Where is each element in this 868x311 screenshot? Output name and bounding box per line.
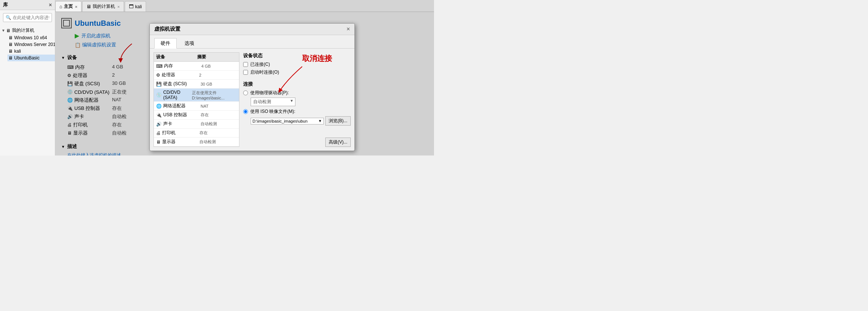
browse-button[interactable]: 浏览(B)...: [325, 116, 351, 126]
modal-hdd-icon: 💾: [156, 81, 162, 87]
modal-cpu-summary: 2: [199, 73, 201, 77]
modal-network-summary: NAT: [201, 104, 208, 108]
advanced-button[interactable]: 高级(V)...: [325, 138, 351, 147]
vm-icon-win2012: 🖥: [8, 42, 13, 47]
auto-detect-container: 自动检测 ▼: [251, 98, 351, 106]
modal-device-row-memory[interactable]: ⌨ 内存 4 GB: [154, 62, 239, 71]
auto-connect-checkbox[interactable]: [243, 70, 248, 75]
modal-device-settings: 设备状态 已连接(C) 启动时连接(O): [243, 52, 351, 147]
main-area: ⌂ 主页 × 🖥 我的计算机 × 🗖 kali: [55, 0, 434, 156]
tree-root-label: 我的计算机: [12, 27, 34, 34]
tab-bar: ⌂ 主页 × 🖥 我的计算机 × 🗖 kali: [55, 0, 434, 12]
modal-device-row-audio[interactable]: 🔊 声卡 自动检测: [154, 120, 239, 129]
iso-path-row: D:\images\basic_images\ubun ▼ 浏览(B)...: [251, 116, 351, 126]
tab-mypc-close[interactable]: ×: [117, 4, 120, 9]
modal-network-icon: 🌐: [156, 104, 162, 109]
tab-mypc[interactable]: 🖥 我的计算机 ×: [82, 1, 124, 12]
modal-device-row-network[interactable]: 🌐 网络适配器 NAT: [154, 102, 239, 111]
modal-memory-icon: ⌨: [156, 64, 162, 69]
use-iso-radio-row: 使用 ISO 映像文件(M):: [243, 108, 351, 115]
modal-dvd-summary: 正在使用文件 D:\images\basic...: [192, 90, 237, 100]
sidebar-item-label-win10: Windows 10 x64: [14, 35, 47, 40]
tree-root-item[interactable]: ▼ 🖥 我的计算机: [0, 27, 55, 34]
cancel-annotation-text: 取消连接: [302, 54, 332, 62]
sidebar-item-label-ubuntu: UbuntuBasic: [14, 55, 40, 61]
sidebar-item-win10[interactable]: 🖥 Windows 10 x64: [7, 34, 55, 41]
modal-usb-name: USB 控制器: [163, 112, 201, 118]
modal-network-name: 网络适配器: [163, 103, 201, 109]
vm-settings-modal: 虚拟机设置 × 硬件 选项: [149, 23, 355, 151]
modal-tab-hardware[interactable]: 硬件: [154, 38, 177, 49]
sidebar-tree: ▼ 🖥 我的计算机 🖥 Windows 10 x64 🖥 Windows Ser…: [0, 25, 55, 156]
modal-audio-icon: 🔊: [156, 121, 162, 127]
modal-memory-summary: 4 GB: [201, 64, 211, 68]
tree-children: 🖥 Windows 10 x64 🖥 Windows Server 2012 🖥…: [7, 34, 55, 61]
tab-mypc-label: 我的计算机: [93, 3, 115, 10]
col-summary-header: 摘要: [195, 53, 208, 61]
modal-tab-options-label: 选项: [185, 40, 194, 46]
iso-select-chevron-icon: ▼: [318, 119, 322, 123]
modal-device-row-dvd[interactable]: 💿 CD/DVD (SATA) 正在使用文件 D:\images\basic..…: [154, 89, 239, 102]
tab-home-close[interactable]: ×: [75, 4, 77, 9]
modal-device-row-usb[interactable]: 🔌 USB 控制器 存在: [154, 111, 239, 120]
modal-dvd-icon: 💿: [156, 92, 162, 98]
modal-device-row-hdd[interactable]: 💾 硬盘 (SCSI) 30 GB: [154, 80, 239, 89]
modal-title-bar: 虚拟机设置 ×: [150, 24, 354, 35]
sidebar-item-kali[interactable]: 🖥 kali: [7, 48, 55, 55]
tab-kali-label: kali: [135, 4, 142, 9]
modal-tab-hardware-label: 硬件: [161, 40, 170, 46]
modal-printer-icon: 🖨: [156, 130, 161, 136]
modal-display-name: 显示器: [162, 139, 199, 145]
modal-tab-bar: 硬件 选项: [150, 35, 354, 49]
modal-device-row-cpu[interactable]: ⚙ 处理器 2: [154, 71, 239, 80]
modal-device-list-header: 设备 摘要: [154, 53, 239, 62]
sidebar-close-button[interactable]: ×: [49, 2, 52, 8]
iso-path-select[interactable]: D:\images\basic_images\ubun ▼: [251, 118, 324, 124]
use-physical-radio[interactable]: [243, 90, 248, 95]
sidebar-item-ubuntu[interactable]: 🖥 UbuntuBasic: [7, 55, 55, 61]
use-iso-label: 使用 ISO 映像文件(M):: [250, 108, 295, 115]
vm-icon-win10: 🖥: [8, 35, 13, 40]
tree-expand-icon: ▼: [1, 28, 5, 33]
connected-checkbox[interactable]: [243, 62, 248, 67]
iso-path-text: D:\images\basic_images\ubun: [252, 119, 317, 123]
modal-tab-options[interactable]: 选项: [178, 38, 201, 48]
sidebar-item-win2012[interactable]: 🖥 Windows Server 2012: [7, 41, 55, 48]
sidebar-item-label-win2012: Windows Server 2012: [14, 42, 55, 47]
modal-cpu-icon: ⚙: [156, 73, 160, 78]
modal-audio-name: 声卡: [163, 121, 201, 127]
modal-usb-icon: 🔌: [156, 113, 162, 118]
home-icon: ⌂: [59, 4, 62, 9]
modal-body: 设备 摘要 ⌨ 内存 4 GB ⚙ 处理器 2: [150, 49, 354, 151]
auto-detect-select[interactable]: 自动检测 ▼: [251, 98, 295, 106]
computer-icon: 🖥: [6, 28, 10, 33]
tab-home-label: 主页: [64, 3, 73, 10]
modal-device-row-display[interactable]: 🖥 显示器 自动检测: [154, 138, 239, 147]
sidebar-title: 库: [3, 1, 8, 8]
use-iso-radio[interactable]: [243, 109, 248, 114]
col-device-header: 设备: [154, 53, 195, 61]
modal-usb-summary: 存在: [201, 112, 209, 118]
auto-detect-option: 自动检测: [253, 99, 271, 104]
modal-display-icon: 🖥: [156, 139, 161, 145]
modal-title: 虚拟机设置: [154, 26, 180, 33]
modal-cpu-name: 处理器: [162, 72, 199, 78]
sidebar-item-label-kali: kali: [14, 49, 21, 54]
select-chevron-icon: ▼: [290, 99, 294, 103]
tab-kali[interactable]: 🗖 kali: [125, 1, 146, 12]
search-input[interactable]: [13, 15, 49, 20]
sidebar: 库 × 🔍 ▼ 🖥 我的计算机 🖥 Windows 10 x64 🖥: [0, 0, 55, 156]
mypc-icon: 🖥: [86, 4, 91, 9]
cancel-annotation: 取消连接: [302, 53, 332, 64]
cancel-arrow-annotation: [272, 65, 310, 95]
modal-device-row-printer[interactable]: 🖨 打印机 存在: [154, 129, 239, 138]
modal-hdd-name: 硬盘 (SCSI): [163, 81, 201, 87]
modal-dvd-name: CD/DVD (SATA): [163, 90, 192, 100]
modal-device-list: 设备 摘要 ⌨ 内存 4 GB ⚙ 处理器 2: [154, 52, 239, 147]
modal-close-button[interactable]: ×: [347, 26, 350, 32]
search-icon: 🔍: [6, 15, 11, 20]
status-section-title: 设备状态: [243, 52, 351, 59]
tab-home[interactable]: ⌂ 主页 ×: [55, 1, 81, 12]
modal-audio-summary: 自动检测: [201, 121, 217, 127]
modal-printer-summary: 存在: [199, 130, 208, 136]
